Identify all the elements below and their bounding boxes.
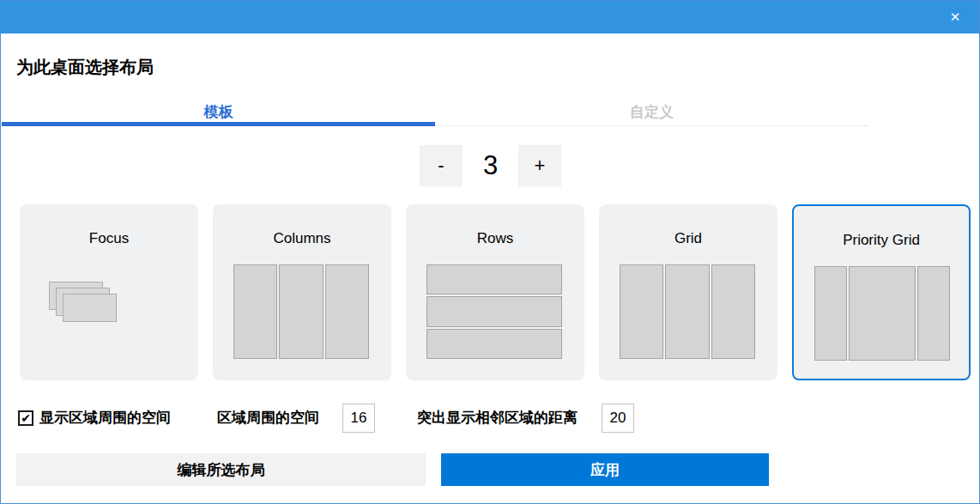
action-buttons-row: 编辑所选布局 应用 [1,453,980,486]
columns-layout-icon [233,264,369,359]
tab-bar: 模板 自定义 [2,99,868,126]
layout-card-focus[interactable]: Focus [20,204,198,380]
space-around-zones-label: 区域周围的空间 [217,403,319,434]
layout-card-label: Priority Grid [794,232,969,249]
layout-card-grid[interactable]: Grid [599,204,777,380]
zone-count-stepper: - 3 + [420,144,561,187]
focus-layout-icon [49,282,135,333]
layout-picker-dialog: ✕ 为此桌面选择布局 模板 自定义 - 3 + Focus Columns Ro… [0,0,980,504]
highlight-distance-label: 突出显示相邻区域的距离 [417,403,578,434]
grid-layout-icon [620,264,755,359]
layout-card-label: Rows [406,230,584,247]
edit-selected-layout-button[interactable]: 编辑所选布局 [16,453,426,486]
decrease-zones-button[interactable]: - [420,145,463,186]
show-space-label: 显示区域周围的空间 [39,403,171,434]
title-bar: ✕ [1,1,979,33]
tab-custom[interactable]: 自定义 [435,99,868,126]
layout-card-label: Columns [213,230,391,247]
layout-card-label: Grid [599,230,777,247]
show-space-checkbox[interactable]: ✔ [18,410,33,426]
increase-zones-button[interactable]: + [518,145,561,186]
space-around-zones-input[interactable] [342,404,375,433]
priority-grid-layout-icon [814,266,950,361]
layout-card-columns[interactable]: Columns [213,204,391,380]
tab-templates[interactable]: 模板 [2,99,435,126]
zone-count-value: 3 [463,150,518,181]
layout-card-priority-grid[interactable]: Priority Grid [792,204,971,380]
layout-card-label: Focus [20,230,198,247]
layout-template-list: Focus Columns Rows Grid [20,204,971,380]
rows-layout-icon [426,264,562,359]
highlight-distance-input[interactable] [602,404,634,433]
page-title: 为此桌面选择布局 [16,56,154,79]
layout-card-rows[interactable]: Rows [406,204,584,380]
apply-button[interactable]: 应用 [441,453,769,486]
close-icon[interactable]: ✕ [936,1,974,33]
spacing-options-row: ✔ 显示区域周围的空间 区域周围的空间 突出显示相邻区域的距离 [1,403,980,434]
